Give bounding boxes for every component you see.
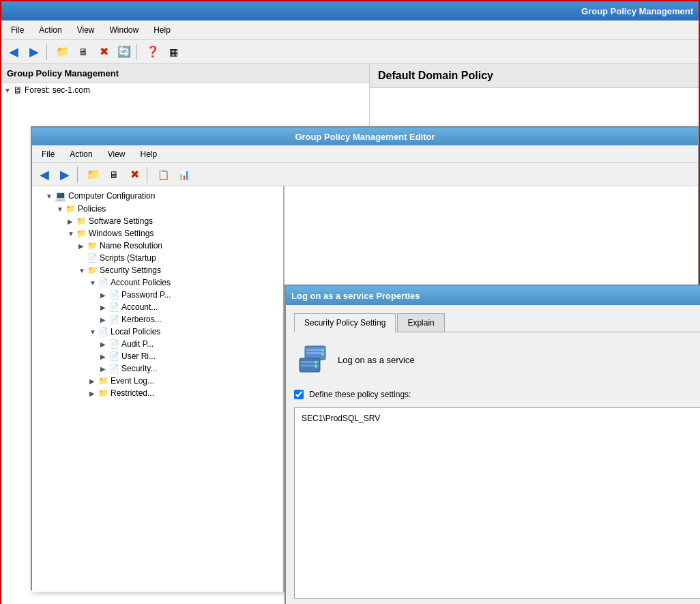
tree-computer-config[interactable]: ▼ 💻 Computer Configuration bbox=[32, 189, 283, 203]
expand-password: ▶ bbox=[100, 291, 107, 299]
folder-icon-windows: 📁 bbox=[76, 229, 87, 238]
tree-label-policies: Policies bbox=[78, 204, 106, 214]
open-folder-button[interactable]: 📁 bbox=[53, 42, 72, 61]
help-button[interactable]: ❓ bbox=[143, 42, 162, 61]
doc-icon-scripts: 📄 bbox=[87, 253, 98, 263]
outer-menubar: File Action View Window Help bbox=[1, 20, 699, 40]
menu-view[interactable]: View bbox=[70, 23, 102, 38]
tree-user-rights[interactable]: ▶ 📄 User Ri... bbox=[32, 350, 283, 362]
console-icon: 🖥 bbox=[78, 46, 88, 57]
expand-computer-config: ▼ bbox=[46, 192, 53, 200]
dialog-content: Security Policy Setting Explain bbox=[286, 305, 700, 604]
tree-security-settings[interactable]: ▼ 📁 Security Settings bbox=[32, 264, 283, 276]
inner-export-button[interactable]: 📋 bbox=[154, 165, 173, 184]
inner-menu-file[interactable]: File bbox=[35, 147, 61, 162]
delete-icon: ✖ bbox=[100, 45, 108, 58]
tree-software-settings[interactable]: ▶ 📁 Software Settings bbox=[32, 215, 283, 227]
back-button[interactable]: ◀ bbox=[4, 42, 23, 61]
inner-menu-view[interactable]: View bbox=[101, 147, 132, 162]
folder-icon-name-res: 📁 bbox=[87, 241, 98, 250]
tree-account-policies[interactable]: ▼ 📄 Account Policies bbox=[32, 276, 283, 289]
doc-icon-account-policies: 📄 bbox=[98, 278, 108, 287]
expand-policies: ▼ bbox=[57, 205, 63, 213]
tree-label-kerberos: Kerberos... bbox=[121, 315, 162, 324]
tree-security-options[interactable]: ▶ 📄 Security... bbox=[32, 362, 283, 375]
tree-label-software-settings: Software Settings bbox=[89, 216, 153, 226]
tree-local-policies[interactable]: ▼ 📄 Local Policies bbox=[32, 326, 283, 338]
expand-software-settings: ▶ bbox=[68, 218, 74, 225]
computer-icon: 💻 bbox=[55, 190, 66, 201]
inner-console-button[interactable]: 🖥 bbox=[104, 165, 123, 184]
inner-menu-action[interactable]: Action bbox=[63, 147, 99, 162]
menu-action[interactable]: Action bbox=[32, 23, 68, 38]
users-list-box[interactable]: SEC1\ProdSQL_SRV bbox=[294, 407, 700, 599]
expand-local-policies: ▼ bbox=[89, 328, 96, 336]
forward-button[interactable]: ▶ bbox=[25, 42, 44, 61]
inner-menu-help[interactable]: Help bbox=[134, 147, 164, 162]
tab-explain[interactable]: Explain bbox=[397, 313, 444, 332]
doc-icon-account: 📄 bbox=[109, 302, 119, 312]
policy-header: Log on as a service bbox=[294, 341, 700, 379]
console2-button[interactable]: ▦ bbox=[164, 42, 183, 61]
define-checkbox[interactable] bbox=[294, 390, 304, 399]
forward-icon: ▶ bbox=[29, 44, 39, 59]
help-icon: ❓ bbox=[146, 45, 160, 58]
tree-root-item[interactable]: ▼ 🖥 Forest: sec-1.com bbox=[1, 83, 369, 97]
delete-button[interactable]: ✖ bbox=[94, 42, 113, 61]
tree-name-resolution[interactable]: ▶ 📁 Name Resolution bbox=[32, 240, 283, 252]
menu-window[interactable]: Window bbox=[103, 23, 146, 38]
menu-help[interactable]: Help bbox=[147, 23, 177, 38]
toolbar-separator-1 bbox=[46, 44, 50, 60]
tree-windows-settings[interactable]: ▼ 📁 Windows Settings bbox=[32, 227, 283, 240]
tree-label-windows-settings: Windows Settings bbox=[89, 229, 154, 238]
inner-open-folder-icon: 📁 bbox=[87, 168, 100, 181]
gpm-header: Group Policy Management bbox=[1, 64, 369, 83]
tree-label-name-resolution: Name Resolution bbox=[100, 241, 162, 250]
inner-back-button[interactable]: ◀ bbox=[35, 165, 54, 184]
refresh-icon: 🔄 bbox=[117, 45, 131, 58]
tree-label-scripts: Scripts (Startup bbox=[100, 253, 156, 263]
dialog-titlebar: Log on as a service Properties ? bbox=[286, 286, 700, 305]
tree-label-restricted: Restricted... bbox=[111, 388, 154, 398]
tree-policies[interactable]: ▼ 📁 Policies bbox=[32, 203, 283, 215]
inner-import-button[interactable]: 📊 bbox=[174, 165, 193, 184]
expand-security-opts: ▶ bbox=[100, 365, 107, 373]
tree-account[interactable]: ▶ 📄 Account... bbox=[32, 301, 283, 313]
expand-user-rights: ▶ bbox=[100, 353, 107, 360]
console-button[interactable]: 🖥 bbox=[74, 42, 93, 61]
tab-security-policy-setting[interactable]: Security Policy Setting bbox=[294, 313, 396, 332]
policy-name-label: Log on as a service bbox=[338, 355, 415, 365]
expand-account-policies: ▼ bbox=[89, 279, 96, 287]
server-icon bbox=[297, 343, 330, 376]
inner-open-folder-button[interactable]: 📁 bbox=[84, 165, 103, 184]
folder-icon-restricted: 📁 bbox=[98, 388, 108, 398]
inner-title-text: Group Policy Management Editor bbox=[295, 132, 435, 142]
inner-delete-button[interactable]: ✖ bbox=[125, 165, 144, 184]
inner-toolbar: ◀ ▶ 📁 🖥 ✖ 📋 📊 bbox=[32, 163, 698, 186]
tree-restricted-groups[interactable]: ▶ 📁 Restricted... bbox=[32, 387, 283, 399]
expand-account: ▶ bbox=[100, 304, 107, 311]
expand-name-res: ▶ bbox=[78, 242, 85, 250]
menu-file[interactable]: File bbox=[4, 23, 31, 38]
svg-point-9 bbox=[315, 365, 317, 368]
user-entry-0: SEC1\ProdSQL_SRV bbox=[299, 412, 700, 425]
folder-icon-policies: 📁 bbox=[65, 204, 76, 214]
right-header-title: Default Domain Policy bbox=[378, 70, 493, 81]
tree-scripts[interactable]: ▶ 📄 Scripts (Startup bbox=[32, 252, 283, 264]
expand-security-settings: ▼ bbox=[78, 267, 85, 274]
folder-icon-software: 📁 bbox=[76, 216, 87, 226]
refresh-button[interactable]: 🔄 bbox=[115, 42, 134, 61]
inner-forward-button[interactable]: ▶ bbox=[55, 165, 74, 184]
tree-label-user-rights: User Ri... bbox=[121, 351, 156, 361]
tree-kerberos[interactable]: ▶ 📄 Kerberos... bbox=[32, 313, 283, 326]
tree-label-account-policies: Account Policies bbox=[111, 278, 171, 287]
right-pane-header: Default Domain Policy bbox=[370, 64, 699, 88]
tree-event-log[interactable]: ▶ 📁 Event Log... bbox=[32, 375, 283, 387]
tab-bar: Security Policy Setting Explain bbox=[294, 313, 700, 332]
tree-audit-policies[interactable]: ▶ 📄 Audit P... bbox=[32, 338, 283, 350]
inner-export-icon: 📋 bbox=[158, 169, 169, 180]
tree-password-policy[interactable]: ▶ 📄 Password P... bbox=[32, 289, 283, 301]
tree-label-computer-config: Computer Configuration bbox=[68, 191, 155, 201]
expand-event-log: ▶ bbox=[89, 377, 96, 385]
editor-tree-container: ▼ 💻 Computer Configuration ▼ 📁 Policies … bbox=[32, 186, 283, 592]
